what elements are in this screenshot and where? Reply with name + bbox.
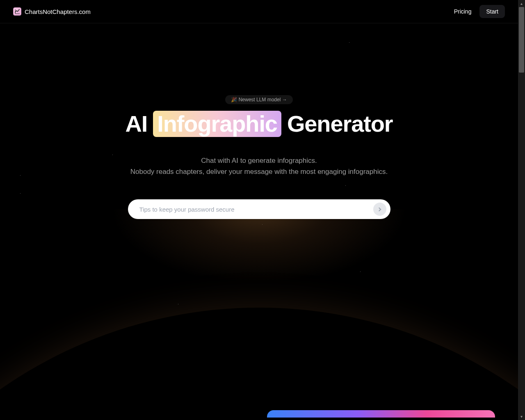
star-decoration <box>178 304 178 304</box>
scroll-up-icon[interactable]: ▴ <box>518 0 525 7</box>
hero-subtitle: Chat with AI to generate infographics. N… <box>130 155 388 177</box>
start-button[interactable]: Start <box>479 5 505 18</box>
star-decoration <box>307 326 308 326</box>
hero-section: 🎉 Newest LLM model → AI Infographic Gene… <box>0 23 518 219</box>
subtitle-line-2: Nobody reads chapters, deliver your mess… <box>130 166 388 177</box>
star-decoration <box>262 224 262 225</box>
brand-text: ChartsNotChapters.com <box>25 8 91 15</box>
star-decoration <box>360 272 361 272</box>
title-highlight: Infographic <box>153 111 281 137</box>
scroll-down-icon[interactable]: ▾ <box>518 413 525 420</box>
title-part-2: Generator <box>287 112 393 135</box>
site-header: ChartsNotChapters.com Pricing Start <box>0 0 518 23</box>
scrollbar[interactable]: ▴ ▾ <box>518 0 525 420</box>
pricing-link[interactable]: Pricing <box>454 8 472 15</box>
prompt-box <box>128 199 390 219</box>
prompt-input[interactable] <box>139 206 373 213</box>
chevron-right-icon <box>377 207 381 211</box>
horizon-decoration <box>0 209 518 420</box>
logo-icon <box>13 7 21 16</box>
bottom-gradient-bar <box>267 410 495 418</box>
hero-title: AI Infographic Generator <box>126 111 393 137</box>
brand-group[interactable]: ChartsNotChapters.com <box>13 7 91 16</box>
title-part-1: AI <box>126 112 148 135</box>
submit-button[interactable] <box>373 203 386 216</box>
header-nav: Pricing Start <box>454 5 505 18</box>
scrollbar-thumb[interactable] <box>519 7 524 73</box>
announcement-badge[interactable]: 🎉 Newest LLM model → <box>225 95 292 104</box>
subtitle-line-1: Chat with AI to generate infographics. <box>130 155 388 166</box>
